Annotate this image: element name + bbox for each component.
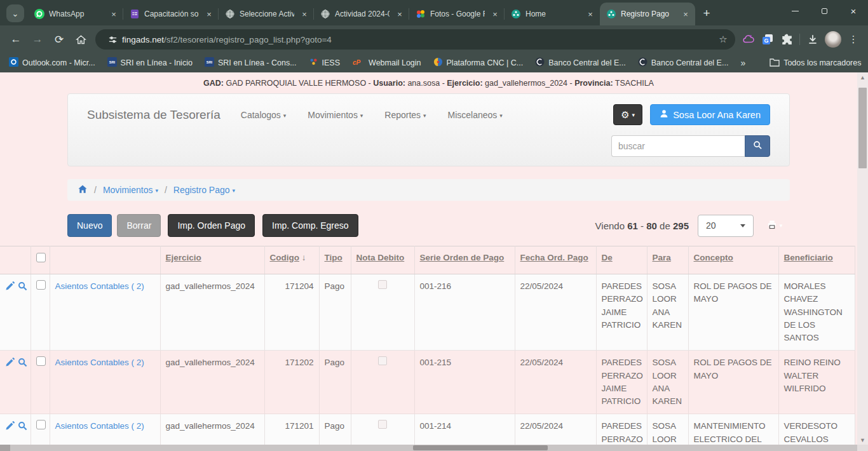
header-concepto[interactable]: Concepto [688, 246, 778, 274]
actions-toolbar: Nuevo Borrar Imp. Orden Pago Imp. Comp. … [67, 214, 790, 237]
tab-close-icon[interactable]: × [299, 8, 310, 20]
horizontal-scrollbar-thumb[interactable] [413, 445, 548, 450]
menu-catalogos[interactable]: Catalogos ▾ [241, 110, 286, 120]
user-name: Sosa Loor Ana Karen [673, 110, 761, 120]
tab-close-icon[interactable]: × [585, 8, 596, 20]
scroll-left-icon[interactable] [0, 445, 10, 451]
header-beneficiario[interactable]: Beneficiario [778, 246, 855, 274]
edit-pencil-icon[interactable] [5, 281, 15, 295]
search-button[interactable] [745, 135, 770, 157]
settings-gear-button[interactable]: ⚙▾ [613, 104, 642, 125]
browser-tab-forms[interactable]: Capacitación so × [123, 3, 219, 25]
header-tipo[interactable]: Tipo [319, 246, 351, 274]
bookmark-bce-1[interactable]: Banco Central del E... [535, 57, 626, 69]
print-button[interactable]: ▾ [759, 214, 790, 237]
edit-pencil-icon[interactable] [5, 421, 15, 434]
chrome-menu-icon[interactable]: ⋮ [844, 30, 863, 49]
browser-tab-home[interactable]: Home × [505, 3, 600, 25]
extensions-puzzle-icon[interactable] [777, 30, 796, 49]
edit-pencil-icon[interactable] [5, 358, 15, 371]
bookmark-iess[interactable]: IESS [309, 57, 341, 69]
asientos-contables-link[interactable]: Asientos Contables ( 2) [55, 281, 144, 291]
window-controls: × [780, 0, 868, 22]
tab-search-button[interactable]: ⌄ [6, 4, 24, 22]
bookmark-sri-consultas[interactable]: SRI SRI en Línea - Cons... [205, 57, 297, 69]
header-asientos [50, 246, 160, 274]
extension-cloud-icon[interactable] [739, 30, 758, 49]
horizontal-scrollbar[interactable] [0, 445, 857, 451]
tab-close-icon[interactable]: × [489, 8, 501, 20]
window-minimize-button[interactable] [780, 0, 810, 22]
view-magnifier-icon[interactable] [18, 421, 27, 434]
tab-close-icon[interactable]: × [394, 8, 405, 20]
view-magnifier-icon[interactable] [18, 281, 27, 295]
app-title: Subsistema de Tesorería [87, 108, 220, 122]
imp-orden-pago-button[interactable]: Imp. Orden Pago [168, 214, 255, 237]
header-serie[interactable]: Serie Orden de Pago [414, 246, 515, 274]
breadcrumb-movimientos[interactable]: Movimientos ▾ [103, 185, 158, 195]
scrollbar-corner [857, 445, 868, 451]
header-codigo[interactable]: Codigo ↓ [264, 246, 319, 274]
tab-close-icon[interactable]: × [108, 8, 119, 20]
asientos-contables-link[interactable]: Asientos Contables ( 2) [55, 358, 144, 367]
header-ejercicio[interactable]: Ejercicio [160, 246, 264, 274]
borrar-button[interactable]: Borrar [117, 214, 161, 237]
vertical-scrollbar[interactable]: ▲ ▼ [857, 72, 868, 445]
downloads-icon[interactable] [803, 30, 822, 49]
bookmarks-overflow-chevron[interactable]: » [740, 58, 745, 68]
site-info-icon[interactable] [103, 30, 122, 49]
menu-reportes[interactable]: Reportes ▾ [384, 110, 426, 120]
header-actions [0, 246, 31, 274]
browser-tab-whatsapp[interactable]: WhatsApp × [28, 3, 123, 25]
bookmark-cnc[interactable]: Plataforma CNC | C... [433, 57, 524, 69]
browser-tab-seleccione[interactable]: Seleccione Activ × [219, 3, 314, 25]
profile-avatar[interactable] [825, 31, 841, 48]
tab-strip: ⌄ WhatsApp × Capacitación so × Seleccion… [0, 0, 868, 25]
breadcrumb-home-icon[interactable] [78, 184, 88, 196]
header-de[interactable]: De [596, 246, 647, 274]
bookmark-bce-2[interactable]: Banco Central del E... [638, 57, 729, 69]
nuevo-button[interactable]: Nuevo [67, 214, 112, 237]
table-row: Asientos Contables ( 2) gad_vallehermos_… [0, 274, 855, 351]
browser-tab-actividad[interactable]: Actividad 2024-0 × [314, 3, 409, 25]
imp-comp-egreso-button[interactable]: Imp. Comp. Egreso [262, 214, 358, 237]
bookmark-sri-inicio[interactable]: SRI SRI en Línea - Inicio [107, 57, 193, 69]
forward-icon[interactable]: → [27, 29, 48, 50]
user-button[interactable]: Sosa Loor Ana Karen [650, 104, 770, 125]
select-all-checkbox[interactable] [36, 253, 46, 262]
all-bookmarks-button[interactable]: Todos los marcadores [770, 58, 861, 69]
new-tab-button[interactable]: + [698, 4, 715, 22]
browser-tab-registro-pago-active[interactable]: Registro Pago × [600, 3, 695, 25]
back-icon[interactable]: ← [5, 29, 27, 50]
page-size-select[interactable]: 20 [698, 215, 754, 237]
scroll-up-icon[interactable]: ▲ [857, 72, 868, 82]
window-maximize-button[interactable] [810, 0, 839, 22]
reload-icon[interactable]: ⟳ [48, 29, 70, 50]
menu-miscelaneos[interactable]: Miscelaneos ▾ [448, 110, 503, 120]
header-para[interactable]: Para [647, 246, 688, 274]
tab-close-icon[interactable]: × [203, 8, 215, 20]
bookmark-webmail[interactable]: cP Webmail Login [352, 58, 421, 69]
window-close-button[interactable]: × [839, 0, 868, 22]
vertical-scrollbar-thumb[interactable] [858, 88, 867, 168]
menu-movimientos[interactable]: Movimientos ▾ [308, 110, 363, 120]
scroll-down-icon[interactable]: ▼ [857, 435, 868, 445]
view-magnifier-icon[interactable] [18, 358, 27, 371]
sri-icon: SRI [205, 57, 214, 69]
breadcrumb-registro-pago[interactable]: Registro Pago ▾ [173, 185, 235, 195]
row-checkbox[interactable] [36, 280, 46, 290]
bookmark-outlook[interactable]: Outlook.com - Micr... [9, 57, 95, 69]
address-bar[interactable]: fingads.net /sf2/tesoreria/registro_pago… [95, 29, 735, 50]
bookmark-label: Todos los marcadores [783, 58, 861, 67]
header-nota-debito[interactable]: Nota Debito [351, 246, 414, 274]
search-input[interactable] [611, 135, 745, 157]
tab-close-icon[interactable]: × [680, 8, 691, 20]
translate-icon[interactable]: G [758, 30, 777, 49]
home-icon[interactable] [70, 29, 92, 50]
row-checkbox[interactable] [36, 356, 46, 366]
row-checkbox[interactable] [36, 420, 46, 429]
asientos-contables-link[interactable]: Asientos Contables ( 2) [55, 421, 144, 431]
browser-tab-fotos[interactable]: Fotos - Google F × [409, 3, 505, 25]
bookmark-star-icon[interactable]: ☆ [715, 31, 731, 48]
header-fecha[interactable]: Fecha Ord. Pago [515, 246, 596, 274]
